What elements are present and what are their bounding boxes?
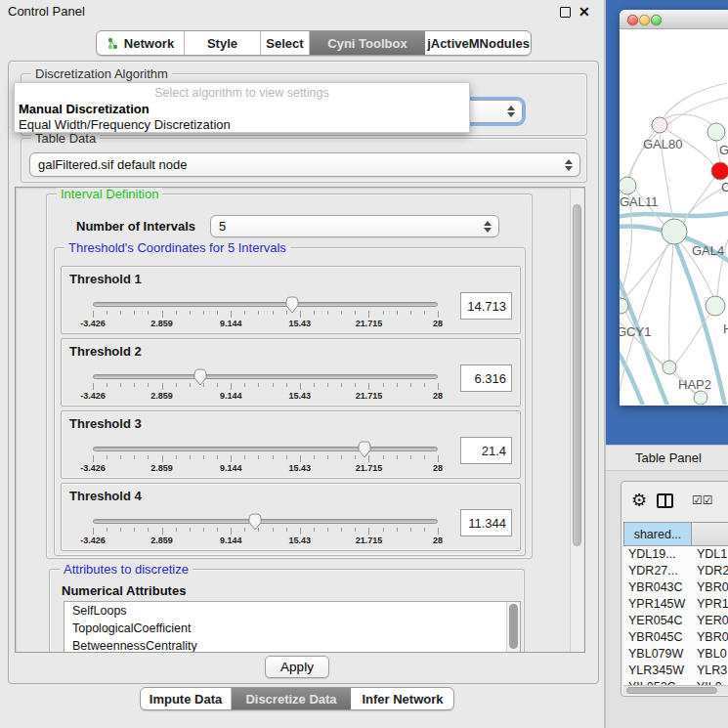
algorithm-option-manual[interactable]: Manual Discretization	[19, 102, 150, 116]
tick-label: 21.715	[356, 319, 383, 328]
slider-ticks	[93, 455, 438, 462]
table-column-header-1[interactable]: shared...	[623, 522, 692, 546]
tick-label: 9.144	[220, 319, 242, 328]
network-node[interactable]	[620, 177, 636, 194]
tick-mark	[176, 528, 177, 532]
table-cell: YBR045C	[623, 629, 692, 646]
network-node[interactable]	[706, 296, 725, 316]
threshold-value-field[interactable]: 11.344	[460, 509, 512, 536]
tick-mark	[273, 528, 274, 532]
table-column-header-2[interactable]: na	[692, 522, 728, 546]
table-cell: YPR1	[692, 596, 728, 613]
tick-mark	[217, 455, 218, 459]
tick-mark	[176, 383, 177, 387]
network-node-label: C	[721, 180, 728, 194]
threshold-value-field[interactable]: 21.4	[460, 437, 512, 464]
table-row[interactable]: YER054CYER0	[623, 613, 728, 629]
threshold-slider-track[interactable]	[93, 447, 438, 451]
tick-mark	[300, 528, 301, 535]
attribute-item[interactable]: SelfLoops	[64, 602, 520, 620]
tick-mark	[203, 383, 204, 387]
network-node-label: GAL4	[692, 243, 724, 258]
gear-icon[interactable]: ⚙	[631, 490, 647, 510]
network-window[interactable]: GAL80GCGAL11GAL4GCY1HHAP2	[620, 10, 728, 406]
tick-label: 9.144	[220, 463, 242, 473]
table-cell: YBR043C	[623, 579, 692, 596]
threshold-slider-track[interactable]	[93, 519, 438, 524]
network-node[interactable]	[711, 162, 728, 180]
tick-mark	[203, 311, 204, 315]
network-desktop: GAL80GCGAL11GAL4GCY1HHAP2	[606, 0, 728, 445]
slider-tick-labels: -3.4262.8599.14415.4321.71528	[93, 391, 438, 402]
network-node[interactable]	[707, 123, 725, 141]
table-row[interactable]: YDR27...YDR2	[623, 563, 728, 579]
close-icon[interactable]: ✕	[578, 2, 590, 21]
tick-mark	[244, 528, 245, 532]
tab-style[interactable]: Style	[184, 31, 260, 55]
tick-mark	[438, 528, 439, 535]
algorithm-option-equal-width[interactable]: Equal Width/Frequency Discretization	[19, 117, 231, 132]
tick-mark	[327, 311, 328, 315]
tick-mark	[410, 383, 411, 387]
network-node[interactable]	[663, 361, 676, 374]
tick-mark	[258, 455, 259, 459]
tab-network[interactable]: Network	[97, 31, 184, 55]
threshold-label: Threshold 1	[69, 272, 142, 286]
attributes-scrollbar-thumb[interactable]	[509, 604, 518, 649]
threshold-value-field[interactable]: 14.713	[460, 292, 512, 320]
threshold-slider-track[interactable]	[93, 302, 438, 307]
tick-mark	[134, 311, 135, 315]
network-node[interactable]	[694, 391, 707, 405]
network-edge	[663, 114, 713, 126]
table-hscrollbar-thumb[interactable]	[626, 687, 717, 694]
tab-cyni-toolbox[interactable]: Cyni Toolbox	[309, 31, 425, 55]
tab-discretize-data[interactable]: Discretize Data	[231, 688, 351, 709]
number-of-intervals-combobox[interactable]: 5	[210, 215, 499, 237]
float-window-icon[interactable]	[560, 7, 571, 18]
close-traffic-light-icon[interactable]	[627, 15, 638, 25]
zoom-traffic-light-icon[interactable]	[651, 15, 662, 25]
table-row[interactable]: YBR045CYBR0	[623, 629, 728, 646]
table-row[interactable]: YDL19...YDL1	[623, 546, 728, 563]
tick-mark	[190, 528, 191, 532]
settings-scrollbar[interactable]	[570, 189, 583, 653]
network-node[interactable]	[662, 219, 687, 244]
apply-button[interactable]: Apply	[265, 656, 329, 678]
threshold-slider-track[interactable]	[93, 374, 438, 379]
tab-jactivemnodules[interactable]: jActiveMNodules	[425, 31, 531, 55]
table-cell: YBL0	[692, 646, 728, 663]
attributes-group: Attributes to discretize Numerical Attri…	[49, 569, 525, 653]
table-body: YDL19...YDL1YDR27...YDR2YBR043CYBR0YPR14…	[623, 546, 728, 696]
table-row[interactable]: YBL079WYBL0	[623, 646, 728, 663]
minimize-traffic-light-icon[interactable]	[639, 15, 650, 25]
tick-mark	[314, 311, 315, 315]
tick-mark	[314, 528, 315, 532]
table-header-row: shared...na	[623, 522, 728, 546]
threshold-label: Threshold 3	[69, 416, 142, 431]
network-window-titlebar[interactable]	[620, 10, 728, 29]
select-columns-icon[interactable]: ☑☑	[692, 493, 713, 507]
settings-scrollbar-thumb[interactable]	[573, 204, 581, 546]
table-row[interactable]: YPR145WYPR1	[623, 596, 728, 613]
network-canvas[interactable]: GAL80GCGAL11GAL4GCY1HHAP2	[620, 29, 728, 405]
threshold-value-field[interactable]: 6.316	[460, 364, 512, 392]
columns-icon[interactable]	[657, 493, 673, 508]
table-data-combobox[interactable]: galFiltered.sif default node	[29, 152, 580, 177]
table-cell: YLR3	[692, 663, 728, 679]
numerical-attributes-list[interactable]: SelfLoopsTopologicalCoefficientBetweenne…	[64, 601, 521, 653]
tab-impute-data[interactable]: Impute Data	[141, 688, 231, 709]
table-panel-titlebar: Table Panel	[606, 445, 728, 471]
table-row[interactable]: YLR345WYLR3	[623, 663, 728, 679]
network-node[interactable]	[652, 117, 667, 133]
tab-infer-network[interactable]: Infer Network	[351, 688, 453, 709]
tab-select[interactable]: Select	[260, 31, 309, 55]
table-hscrollbar[interactable]	[623, 685, 728, 695]
attributes-scrollbar[interactable]	[506, 602, 520, 653]
network-edge	[620, 352, 649, 405]
table-row[interactable]: YBR043CYBR0	[623, 579, 728, 596]
tick-mark	[314, 383, 315, 387]
attribute-item[interactable]: TopologicalCoefficient	[64, 620, 520, 637]
algorithm-popup: Select algorithm to view settings Manual…	[14, 82, 470, 133]
attribute-item[interactable]: BetweennessCentrality	[64, 637, 520, 653]
numerical-attributes-label: Numerical Attributes	[62, 583, 186, 598]
